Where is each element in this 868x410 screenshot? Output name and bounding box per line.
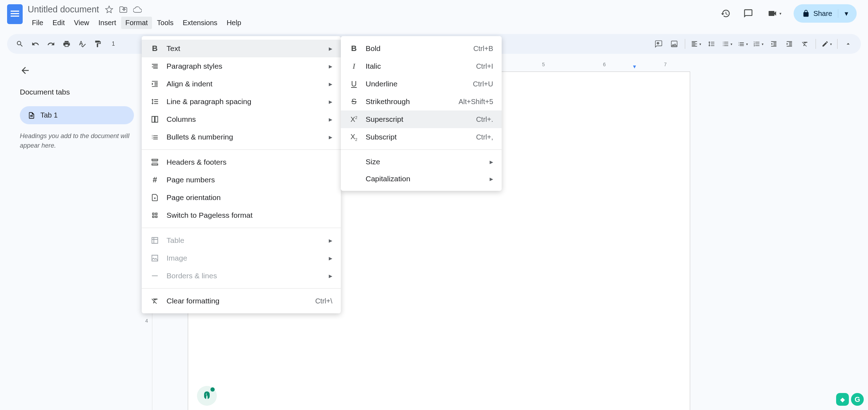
decrease-indent-icon[interactable] — [767, 37, 781, 51]
text-size[interactable]: Size ▶ — [341, 153, 502, 170]
subscript-icon: X2 — [349, 132, 359, 142]
spacing-icon — [150, 97, 159, 106]
menu-help[interactable]: Help — [222, 17, 246, 29]
bold-icon: B — [349, 44, 359, 53]
header-footer-icon — [150, 158, 159, 167]
format-headers-footers[interactable]: Headers & footers — [142, 153, 341, 171]
cloud-status-icon[interactable] — [133, 5, 142, 14]
list-icon — [150, 132, 159, 142]
format-bullets-numbering[interactable]: Bullets & numbering ▶ — [142, 128, 341, 146]
superscript-icon: X2 — [349, 115, 359, 124]
line-icon — [150, 271, 159, 280]
clear-format-icon[interactable] — [798, 37, 812, 51]
text-submenu: B Bold Ctrl+B I Italic Ctrl+I U Underlin… — [341, 36, 502, 191]
increase-indent-icon[interactable] — [782, 37, 796, 51]
format-line-spacing[interactable]: Line & paragraph spacing ▶ — [142, 93, 341, 110]
move-folder-icon[interactable] — [119, 5, 128, 14]
menu-edit[interactable]: Edit — [48, 17, 69, 29]
menu-format[interactable]: Format — [121, 17, 152, 29]
format-text[interactable]: B Text ▶ — [142, 40, 341, 57]
bullet-list-icon[interactable] — [735, 37, 750, 51]
columns-icon — [150, 115, 159, 124]
back-icon[interactable] — [20, 65, 134, 77]
align-icon[interactable] — [689, 37, 703, 51]
format-align-indent[interactable]: Align & indent ▶ — [142, 75, 341, 93]
image-icon — [150, 254, 159, 263]
format-table: Table ▶ — [142, 232, 341, 249]
bold-icon: B — [150, 44, 159, 53]
edit-mode-icon[interactable] — [819, 37, 834, 51]
text-strikethrough[interactable]: S Strikethrough Alt+Shift+5 — [341, 93, 502, 110]
sidebar-title: Document tabs — [20, 88, 134, 96]
format-pageless[interactable]: Switch to Pageless format — [142, 206, 341, 224]
clear-icon — [150, 296, 159, 306]
text-capitalization[interactable]: Capitalization ▶ — [341, 170, 502, 187]
docs-app-icon[interactable] — [7, 4, 23, 24]
italic-icon: I — [349, 62, 359, 71]
right-indent-marker[interactable]: ▼ — [632, 64, 637, 69]
extension-badge-1[interactable]: ◆ — [836, 393, 849, 406]
table-icon — [150, 236, 159, 245]
fingerprint-icon[interactable] — [197, 386, 217, 406]
tab-item-tab1[interactable]: Tab 1 — [20, 106, 134, 124]
format-borders-lines: Borders & lines ▶ — [142, 267, 341, 285]
menu-file[interactable]: File — [28, 17, 47, 29]
search-icon[interactable] — [13, 37, 27, 51]
comment-icon[interactable] — [741, 6, 755, 21]
strikethrough-icon: S — [349, 97, 359, 106]
history-icon[interactable] — [718, 6, 733, 21]
pageless-icon — [150, 211, 159, 220]
collapse-icon[interactable] — [841, 37, 855, 51]
redo-icon[interactable] — [44, 37, 58, 51]
line-spacing-icon[interactable] — [704, 37, 718, 51]
text-underline[interactable]: U Underline Ctrl+U — [341, 75, 502, 93]
checklist-icon[interactable] — [720, 37, 734, 51]
hash-icon: # — [150, 175, 159, 184]
undo-icon[interactable] — [28, 37, 43, 51]
spellcheck-icon[interactable] — [75, 37, 89, 51]
document-icon — [28, 112, 35, 119]
text-superscript[interactable]: X2 Superscript Ctrl+. — [341, 110, 502, 128]
menu-extensions[interactable]: Extensions — [179, 17, 222, 29]
format-dropdown: B Text ▶ Paragraph styles ▶ Align & inde… — [142, 36, 341, 313]
menu-tools[interactable]: Tools — [153, 17, 178, 29]
paint-format-icon[interactable] — [91, 37, 105, 51]
zoom-value[interactable]: 1 — [106, 37, 120, 51]
star-icon[interactable] — [105, 5, 113, 14]
text-italic[interactable]: I Italic Ctrl+I — [341, 57, 502, 75]
menu-insert[interactable]: Insert — [94, 17, 120, 29]
share-label: Share — [813, 10, 832, 18]
tab-label: Tab 1 — [40, 111, 58, 119]
insert-image-icon[interactable] — [667, 37, 681, 51]
format-columns[interactable]: Columns ▶ — [142, 110, 341, 128]
text-bold[interactable]: B Bold Ctrl+B — [341, 40, 502, 57]
paragraph-icon — [150, 62, 159, 71]
share-button[interactable]: Share ▾ — [794, 4, 857, 23]
print-icon[interactable] — [60, 37, 74, 51]
menu-view[interactable]: View — [70, 17, 94, 29]
meet-icon[interactable]: ▾ — [764, 6, 785, 21]
indent-icon — [150, 79, 159, 89]
format-page-numbers[interactable]: # Page numbers — [142, 171, 341, 189]
sidebar-hint: Headings you add to the document will ap… — [20, 131, 134, 150]
numbered-list-icon[interactable] — [751, 37, 765, 51]
format-image: Image ▶ — [142, 249, 341, 267]
doc-title[interactable]: Untitled document — [28, 4, 99, 15]
orientation-icon — [150, 193, 159, 202]
format-clear-formatting[interactable]: Clear formatting Ctrl+\ — [142, 292, 341, 310]
extension-badge-2[interactable]: G — [851, 393, 864, 406]
format-page-orientation[interactable]: Page orientation — [142, 189, 341, 206]
text-subscript[interactable]: X2 Subscript Ctrl+, — [341, 128, 502, 146]
format-paragraph-styles[interactable]: Paragraph styles ▶ — [142, 57, 341, 75]
add-comment-icon[interactable] — [652, 37, 666, 51]
underline-icon: U — [349, 79, 359, 89]
